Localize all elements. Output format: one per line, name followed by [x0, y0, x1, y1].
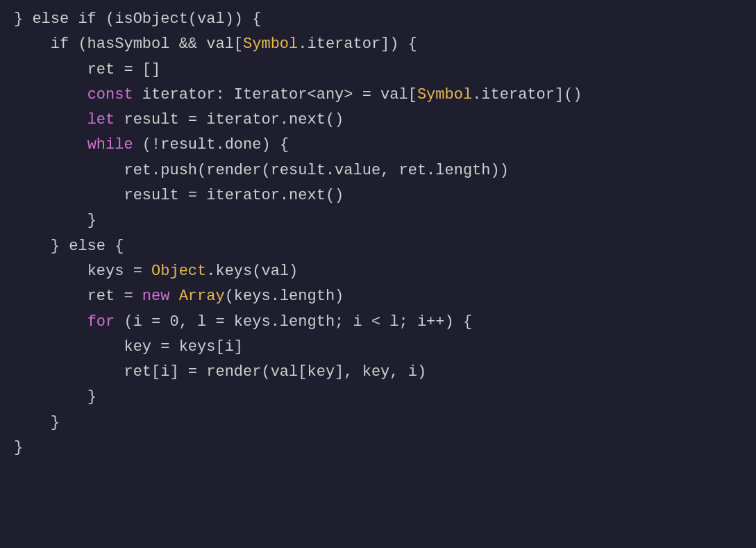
code-line: ret[i] = render(val[key], key, i)	[14, 360, 742, 385]
code-line: ret = []	[14, 58, 742, 83]
code-line: }	[14, 208, 742, 233]
code-line: }	[14, 410, 742, 435]
code-line: result = iterator.next()	[14, 183, 742, 208]
code-line: }	[14, 435, 742, 460]
code-line: } else {	[14, 234, 742, 259]
code-line: while (!result.done) {	[14, 133, 742, 158]
code-line: ret.push(render(result.value, ret.length…	[14, 158, 742, 183]
code-line: const iterator: Iterator<any> = val[Symb…	[14, 83, 742, 108]
code-line: if (hasSymbol && val[Symbol.iterator]) {	[14, 32, 742, 57]
code-line: let result = iterator.next()	[14, 108, 742, 133]
code-line: key = keys[i]	[14, 335, 742, 360]
code-line: }	[14, 385, 742, 410]
code-editor: } else if (isObject(val)) { if (hasSymbo…	[0, 0, 756, 548]
code-line: for (i = 0, l = keys.length; i < l; i++)…	[14, 310, 742, 335]
code-line: } else if (isObject(val)) {	[14, 7, 742, 32]
code-line: keys = Object.keys(val)	[14, 259, 742, 284]
code-line: ret = new Array(keys.length)	[14, 284, 742, 309]
